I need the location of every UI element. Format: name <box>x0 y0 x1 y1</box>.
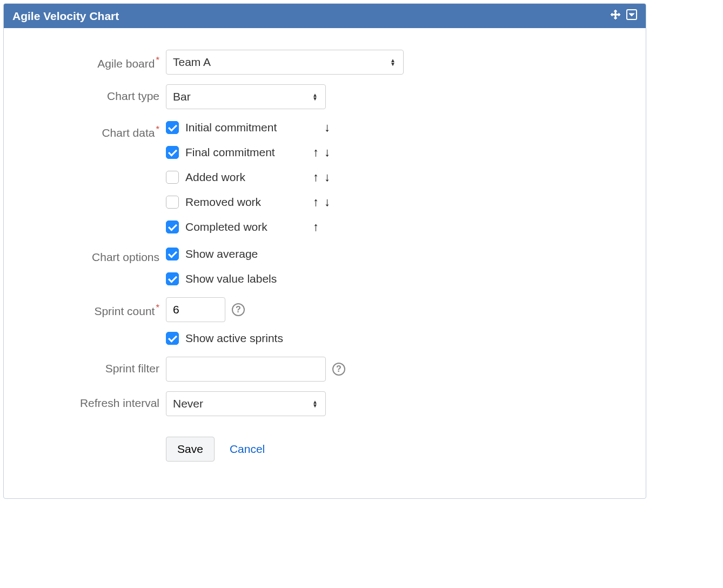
move-down-icon[interactable]: ↓ <box>324 171 330 183</box>
chart-data-item: Added work↑↓ <box>166 169 619 186</box>
chart-data-checkbox[interactable] <box>166 146 179 159</box>
agile-velocity-chart-panel: Agile Velocity Chart Agile board* <box>3 3 646 499</box>
chart-data-item-label: Removed work <box>185 196 304 209</box>
help-icon[interactable] <box>332 363 345 376</box>
chart-data-item: Completed work↑↓ <box>166 218 619 236</box>
move-icon[interactable] <box>610 9 621 23</box>
help-icon[interactable] <box>232 303 245 316</box>
save-button[interactable]: Save <box>166 437 215 462</box>
dropdown-icon <box>389 58 397 66</box>
show-active-sprints-row: Show active sprints <box>166 330 619 347</box>
agile-board-value: Team A <box>173 56 211 69</box>
chart-type-select[interactable]: Bar <box>166 84 326 109</box>
chart-data-checkbox[interactable] <box>166 220 179 233</box>
chart-option-checkbox[interactable] <box>166 248 179 260</box>
refresh-interval-select[interactable]: Never <box>166 391 326 416</box>
refresh-interval-value: Never <box>173 397 203 410</box>
chart-option-label: Show average <box>185 248 258 260</box>
chart-type-label: Chart type <box>31 84 166 103</box>
cancel-link[interactable]: Cancel <box>230 443 265 456</box>
show-active-sprints-label: Show active sprints <box>185 332 283 345</box>
move-up-icon[interactable]: ↑ <box>313 196 319 208</box>
refresh-interval-label: Refresh interval <box>31 391 166 410</box>
sprint-count-input[interactable] <box>166 297 225 322</box>
move-up-icon[interactable]: ↑ <box>313 171 319 183</box>
panel-header: Agile Velocity Chart <box>4 4 646 28</box>
chart-data-label: Chart data* <box>31 119 166 139</box>
panel-title: Agile Velocity Chart <box>12 10 119 23</box>
sprint-filter-input[interactable] <box>166 357 326 382</box>
move-up-icon[interactable]: ↑ <box>313 221 319 233</box>
chart-option-item: Show average <box>166 245 619 263</box>
chart-data-checkbox[interactable] <box>166 121 179 134</box>
move-down-icon[interactable]: ↓ <box>324 122 330 133</box>
chart-data-checkbox[interactable] <box>166 171 179 184</box>
show-active-sprints-checkbox[interactable] <box>166 332 179 345</box>
collapse-icon[interactable] <box>626 9 637 23</box>
chart-option-item: Show value labels <box>166 270 619 288</box>
dropdown-icon <box>311 93 319 101</box>
chart-options-label: Chart options <box>31 245 166 264</box>
chart-option-checkbox[interactable] <box>166 272 179 285</box>
chart-data-item: Initial commitment↑↓ <box>166 119 619 136</box>
panel-body: Agile board* Team A Chart type Bar <box>4 28 646 498</box>
move-down-icon[interactable]: ↓ <box>324 146 330 158</box>
chart-option-label: Show value labels <box>185 272 277 285</box>
chart-data-item-label: Initial commitment <box>185 121 304 134</box>
chart-data-item-label: Completed work <box>185 220 304 233</box>
sprint-count-label: Sprint count* <box>31 297 166 318</box>
chart-type-value: Bar <box>173 90 191 103</box>
agile-board-select[interactable]: Team A <box>166 50 404 75</box>
chart-data-item: Removed work↑↓ <box>166 193 619 211</box>
chart-data-item-label: Added work <box>185 171 304 184</box>
agile-board-label: Agile board* <box>31 50 166 70</box>
move-down-icon[interactable]: ↓ <box>324 196 330 208</box>
sprint-filter-label: Sprint filter <box>31 357 166 375</box>
move-up-icon[interactable]: ↑ <box>313 146 319 158</box>
chart-data-checkbox[interactable] <box>166 196 179 209</box>
chart-data-item: Final commitment↑↓ <box>166 144 619 161</box>
dropdown-icon <box>311 400 319 407</box>
chart-data-item-label: Final commitment <box>185 146 304 159</box>
